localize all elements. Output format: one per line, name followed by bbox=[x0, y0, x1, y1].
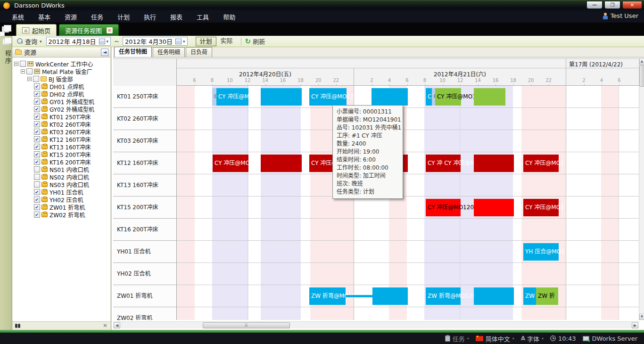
tree-node[interactable]: ✔KT01 250T冲床 bbox=[12, 113, 110, 120]
tree-node[interactable]: ✔KT13 160T冲床 bbox=[12, 143, 110, 150]
view-tab-日负荷[interactable]: 日负荷 bbox=[186, 47, 212, 57]
menu-item-任务[interactable]: 任务 bbox=[84, 10, 110, 23]
tree-node[interactable]: NS03 内收口机 bbox=[12, 180, 110, 188]
tree-node[interactable]: ✔KT02 260T冲床 bbox=[12, 120, 110, 128]
tree-node[interactable]: ✔DH02 点焊机 bbox=[12, 90, 110, 98]
restore-button[interactable]: ❐ bbox=[604, 1, 620, 9]
task-bar[interactable]: CY 冲压@MO1 bbox=[523, 199, 559, 216]
refresh-button[interactable]: 刷新 bbox=[253, 37, 265, 46]
date-from-field[interactable]: 2012年 4月18日 ▾ bbox=[46, 37, 111, 46]
tree-checkbox[interactable]: ✔ bbox=[34, 197, 40, 203]
tree-node[interactable]: ✔ZW01 折弯机 bbox=[12, 203, 110, 211]
close-button[interactable]: ✕ bbox=[622, 1, 642, 9]
menu-item-系统[interactable]: 系统 bbox=[5, 10, 31, 23]
task-bar[interactable]: ZW 折 bbox=[536, 287, 558, 305]
tree-checkbox[interactable] bbox=[34, 181, 40, 188]
task-bar[interactable] bbox=[474, 155, 514, 172]
tree-checkbox[interactable]: ✔ bbox=[34, 189, 40, 195]
panel-close-icon[interactable]: ✕ bbox=[103, 322, 107, 329]
tree-checkbox[interactable] bbox=[26, 68, 33, 74]
tree-node[interactable]: NS01 内收口机 bbox=[12, 165, 110, 173]
task-bar[interactable] bbox=[474, 287, 514, 305]
find-icon[interactable] bbox=[15, 324, 21, 328]
tree-checkbox[interactable]: ✔ bbox=[34, 91, 40, 97]
view-tab-任务明细[interactable]: 任务明细 bbox=[153, 47, 185, 57]
menu-item-资源[interactable]: 资源 bbox=[58, 10, 84, 23]
task-bar[interactable]: CY 冲压@MO12041902 bbox=[435, 88, 461, 106]
tree-checkbox[interactable]: ✔ bbox=[34, 136, 40, 142]
tree-checkbox[interactable]: ✔ bbox=[34, 106, 40, 112]
status-server[interactable]: DWorks Server bbox=[583, 335, 637, 342]
tree-checkbox[interactable]: ✔ bbox=[34, 144, 40, 150]
tab-resource-task-view[interactable]: 资源任务视图 ✕ bbox=[59, 24, 119, 36]
menu-item-计划[interactable]: 计划 bbox=[110, 10, 137, 23]
task-bar[interactable]: C bbox=[212, 88, 216, 106]
tree-checkbox[interactable] bbox=[34, 166, 40, 172]
task-bar[interactable]: CY 冲 CY 冲压@MO12041904 bbox=[426, 155, 461, 172]
tree-node[interactable]: ✔ZW02 折弯机 bbox=[12, 211, 110, 218]
tree-checkbox[interactable] bbox=[33, 76, 39, 82]
scroll-down-icon[interactable]: ▼ bbox=[639, 314, 644, 320]
task-bar[interactable]: ZW 折弯@MO12041901 bbox=[426, 287, 461, 305]
tree-node[interactable]: ✔DH01 点焊机 bbox=[12, 82, 110, 90]
task-bar[interactable]: C bbox=[426, 88, 432, 106]
menu-item-工具[interactable]: 工具 bbox=[190, 10, 216, 23]
tab-close-icon[interactable]: ✕ bbox=[107, 27, 113, 33]
tab-home-page[interactable]: ⌂ 起始页 bbox=[16, 24, 57, 36]
tree-node[interactable]: NS02 内收口机 bbox=[12, 173, 110, 180]
task-bar[interactable]: CY 冲压@MO12041901 bbox=[309, 88, 347, 106]
actual-toggle-button[interactable]: 实际 bbox=[216, 37, 237, 46]
task-bar[interactable] bbox=[372, 287, 408, 305]
date-from-caret[interactable]: ▾ bbox=[107, 39, 109, 44]
calendar-icon[interactable] bbox=[175, 39, 182, 44]
tree-checkbox[interactable]: ✔ bbox=[34, 98, 40, 105]
horizontal-scroll-thumb[interactable]: ☰ bbox=[203, 322, 290, 328]
tree-node[interactable]: ✔KT16 200T冲床 bbox=[12, 158, 110, 165]
tree-node[interactable]: ✔KT15 200T冲床 bbox=[12, 150, 110, 158]
tree-expander-icon[interactable] bbox=[14, 62, 18, 66]
menu-item-执行[interactable]: 执行 bbox=[137, 10, 163, 23]
tree-node[interactable]: Metal Plate 钣金厂 bbox=[12, 67, 110, 75]
task-bar[interactable]: CY 冲压@MO12041903 bbox=[426, 199, 461, 216]
task-bar[interactable]: CY 冲压@MO12041904 bbox=[213, 155, 248, 172]
date-to-caret[interactable]: ▾ bbox=[183, 39, 185, 44]
menu-item-基本[interactable]: 基本 bbox=[31, 10, 58, 23]
tree-checkbox[interactable]: ✔ bbox=[34, 83, 40, 90]
tree-node[interactable]: BJ 钣金部 bbox=[12, 75, 110, 82]
tree-node[interactable]: ✔GY02 外桶成型机 bbox=[12, 105, 110, 113]
search-button[interactable]: 查询 bbox=[25, 37, 37, 46]
tree-checkbox[interactable]: ✔ bbox=[34, 151, 40, 157]
program-strip-label[interactable]: 程序 bbox=[0, 50, 12, 65]
tree-checkbox[interactable]: ✔ bbox=[34, 114, 40, 120]
tree-node[interactable]: ✔KT03 260T冲床 bbox=[12, 128, 110, 135]
tree-expander-icon[interactable] bbox=[21, 69, 25, 74]
tree-checkbox[interactable]: ✔ bbox=[34, 212, 40, 218]
tree-node[interactable]: WorkCenter 工作中心 bbox=[12, 60, 110, 67]
task-bar[interactable] bbox=[372, 88, 408, 106]
horizontal-scrollbar[interactable]: ◀ ☰ ▶ bbox=[113, 321, 639, 328]
view-tab-任务甘特图[interactable]: 任务甘特图 bbox=[114, 47, 152, 57]
menu-item-帮助[interactable]: 帮助 bbox=[216, 10, 242, 23]
search-dropdown-caret[interactable]: ▾ bbox=[40, 39, 42, 44]
task-bar[interactable] bbox=[261, 88, 302, 106]
task-bar[interactable]: CY 冲压@MO1 bbox=[523, 155, 559, 172]
tree-expander-icon[interactable] bbox=[27, 77, 32, 81]
user-box[interactable]: Test User bbox=[603, 12, 638, 19]
task-bar[interactable] bbox=[474, 199, 514, 216]
vertical-scrollbar[interactable]: ▲ ▼ bbox=[639, 58, 644, 320]
tree-node[interactable]: ✔YH02 压合机 bbox=[12, 196, 110, 203]
task-bar[interactable]: ZW 折弯@MO12041901 bbox=[309, 287, 346, 305]
minimize-button[interactable]: — bbox=[586, 1, 603, 9]
tree-checkbox[interactable]: ✔ bbox=[34, 121, 40, 127]
tree-checkbox[interactable] bbox=[20, 61, 26, 67]
task-bar[interactable]: ZW bbox=[523, 287, 536, 305]
date-to-field[interactable]: 2012年 4月30日 ▾ bbox=[123, 37, 188, 46]
tree-checkbox[interactable]: ✔ bbox=[34, 129, 40, 135]
task-bar[interactable]: YH 压合@MO1 bbox=[523, 243, 559, 261]
task-bar[interactable]: CY 冲压@MO12041901 bbox=[216, 88, 248, 106]
program-panel-icon[interactable] bbox=[2, 39, 9, 45]
tree-checkbox[interactable]: ✔ bbox=[34, 159, 40, 165]
task-bar[interactable] bbox=[346, 295, 372, 297]
tree-node[interactable]: ✔YH01 压合机 bbox=[12, 188, 110, 196]
scroll-right-icon[interactable]: ▶ bbox=[632, 322, 638, 328]
